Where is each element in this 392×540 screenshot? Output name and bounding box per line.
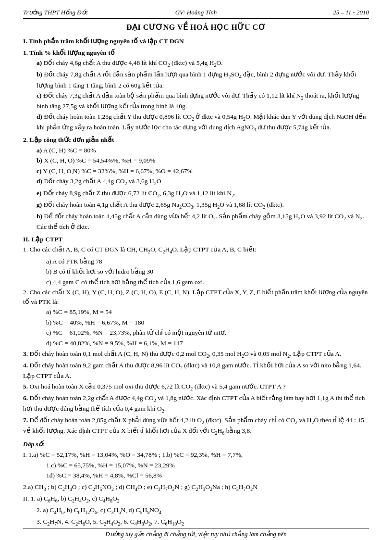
ii-1a: a) A có PTK bằng 78 <box>46 257 369 266</box>
ans-i-2: 2.a) CH3 ; b) C2H4O ; c) C2H5NO2 ; d) CH… <box>23 482 369 493</box>
section-i-title: I. Tính phần trăm khối lượng nguyên tố v… <box>23 37 369 46</box>
ans-i-1d: 1d) %C = 38,4%, %H = 4,8%, %Cl = 56,8% <box>46 471 369 480</box>
header: Trường THPT Hồng Đức GV: Hoàng Tính 25 –… <box>23 9 369 19</box>
q1a: a) Đốt cháy 4,6g chất A thu được 4,48 lí… <box>37 58 369 69</box>
ii-7: 7. Để đốt cháy hoàn toàn 2,85g chất X ph… <box>23 415 369 437</box>
ii-1b: b) B có tỉ khối hơi so với hidro bằng 30 <box>46 267 369 276</box>
ii-1c: c) 4,4 gam C có thể tích hơi bằng thể tí… <box>46 277 369 287</box>
footer: Đường tuy gần chẳng đi chẳng tới, việc t… <box>23 528 369 538</box>
q1b: b) Đốt cháy 7,8g chất A rồi dẫn sản phẩm… <box>37 70 369 90</box>
q2d: d) Đốt cháy 3,2g chất A 4,4g CO2 và 3,6g… <box>37 176 369 187</box>
q2b: b) X (C, H, O) %C = 54,54%%, %H = 9,09% <box>37 156 369 165</box>
ii-2c: c) %C = 61,02%, %N = 23,73%, phân tử chỉ… <box>46 328 369 338</box>
ii-3: 3. Đốt cháy hoàn toàn 0,1 mol chất A (C,… <box>23 349 369 360</box>
ii-2d: d) %C = 40,82%, %N = 9,5%, %H = 6,1%, M … <box>46 339 369 348</box>
ans-ii-1: II. 1. a) C6H6, b) C2H4O2, c) C4H8O2 <box>23 494 369 504</box>
answers-title: Đáp số: <box>23 440 369 449</box>
q2h: h) Để đốt cháy hoàn toàn 4,45g chất A cầ… <box>37 212 369 232</box>
header-date: 25 – 11 - 2010 <box>254 9 369 16</box>
q2e: e) Đốt cháy 8,9g chất Z thu được 6,72 lí… <box>37 188 369 199</box>
ans-ii-3456: 3. C2H7N, 4. C2H6O, 5. C2H4O2, 6. C4H8O2… <box>37 517 369 527</box>
q1c: c) Đốt cháy 7,3g chất A dẫn toàn bộ sản … <box>37 91 369 111</box>
main-title: ĐẠI CƯƠNG VỀ HOÁ HỌC HỮU CƠ <box>23 23 369 32</box>
q2g: g) Đốt cháy hoàn toàn 4,1g chất A thu đư… <box>37 200 369 211</box>
ii-2-intro: 2. Cho các chất X (C, H), Y (C, H, O), Z… <box>23 288 369 306</box>
q2c: c) Y (C, H, O,N) %C = 32%%, %H = 6,67%, … <box>37 166 369 176</box>
ii-2b: b) %C = 40%, %H = 6,67%, M = 180 <box>46 318 369 327</box>
ii-2a: a) %C = 85,19%, M = 54 <box>46 307 369 317</box>
header-school: Trường THPT Hồng Đức <box>23 9 138 16</box>
q1d: d) Đốt cháy hoàn toàn 1,25g chất Y thu đ… <box>37 112 369 133</box>
section-ii-title: II. Lập CTPT <box>23 235 369 244</box>
part-2-title: 2. Lập công thức đơn giản nhất <box>23 135 369 145</box>
q2a: a) A (C, H) %C = 80% <box>37 146 369 155</box>
ans-ii-2: 2. a) C4H6, b) C6H12O6, c) C3H6N, d) C5H… <box>37 505 369 516</box>
header-teacher: GV: Hoàng Tính <box>138 9 254 16</box>
ans-i-1: I. 1.a) %C = 52,17%, %H = 13,04%, %O = 3… <box>23 450 369 460</box>
ans-i-1c: 1.c) %C = 65,75%, %H = 15,07%, %N = 23,2… <box>46 461 369 470</box>
ii-6: 6. Đốt cháy hoàn toàn 2,2g chất A được 4… <box>23 393 369 414</box>
page: Trường THPT Hồng Đức GV: Hoàng Tính 25 –… <box>0 0 392 540</box>
ii-5: 5. Oxi hoá hoàn toàn X cần 0,375 mol oxi… <box>23 382 369 392</box>
part-1-title: 1. Tính % khối lượng nguyên tố <box>23 48 369 58</box>
ii-1-intro: 1. Cho các chất A, B, C có CT ĐGN là CH,… <box>23 245 369 255</box>
ii-4: 4. Đốt cháy hoàn toàn 9,2 gam chất A thu… <box>23 361 369 381</box>
